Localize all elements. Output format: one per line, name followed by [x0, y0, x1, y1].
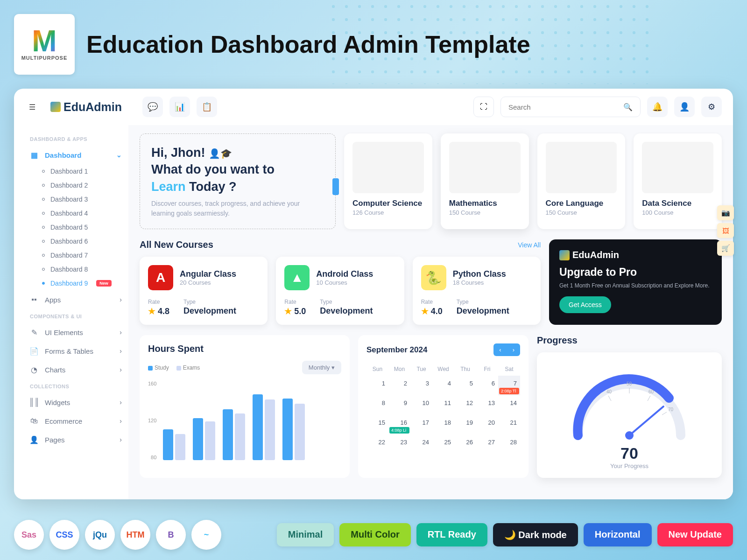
- clipboard-icon[interactable]: 📋: [197, 97, 217, 117]
- tech-bubble: ~: [191, 520, 221, 550]
- nav-forms-tables[interactable]: 📄Forms & Tables›: [23, 342, 128, 360]
- tech-bubble: CSS: [49, 520, 79, 550]
- calendar-card: September 2024 ‹ › SunMonTueWedThuFriSat…: [358, 335, 529, 478]
- tasks-icon[interactable]: 📊: [169, 97, 190, 117]
- cal-day[interactable]: 17: [410, 415, 432, 434]
- cal-day[interactable]: 23: [388, 434, 410, 454]
- nav-dashboard[interactable]: ▦ Dashboard ⌄: [23, 146, 128, 164]
- sidebar-sub-item[interactable]: Dashboard 1: [23, 164, 128, 178]
- cal-day[interactable]: 9: [388, 395, 410, 415]
- cal-day[interactable]: 10: [410, 395, 432, 415]
- nav-apps[interactable]: ▪▪Apps›: [23, 290, 128, 309]
- user-icon[interactable]: 👤: [674, 97, 695, 117]
- fullscreen-icon[interactable]: ⛶: [473, 97, 494, 117]
- cal-day[interactable]: 4: [432, 376, 454, 395]
- upgrade-card: EduAdmin Upgrade to Pro Get 1 Month Free…: [549, 239, 722, 325]
- sidebar-sub-item[interactable]: Dashboard 4: [23, 206, 128, 220]
- hours-spent-card: Hours Spent Study Exams Monthly ▾ 160120…: [140, 335, 350, 478]
- cal-day[interactable]: 18: [432, 415, 454, 434]
- sidebar-sub-item[interactable]: Dashboard 2: [23, 178, 128, 192]
- tech-bubble: jQu: [85, 520, 115, 550]
- sidebar-sub-item[interactable]: Dashboard 5: [23, 220, 128, 234]
- cal-next[interactable]: ›: [507, 343, 520, 356]
- svg-text:50: 50: [627, 381, 632, 386]
- svg-text:40: 40: [606, 389, 612, 394]
- category-card[interactable]: Computer Science126 Course: [344, 133, 432, 229]
- feature-tag[interactable]: Multi Color: [339, 523, 410, 546]
- sidebar-sub-item[interactable]: Dashboard 7: [23, 248, 128, 262]
- period-dropdown[interactable]: Monthly ▾: [302, 361, 341, 374]
- tech-bubble: HTM: [120, 520, 150, 550]
- feature-tag[interactable]: 🌙 Dark mode: [493, 523, 578, 546]
- cal-day[interactable]: 22: [366, 434, 388, 454]
- svg-line-1: [629, 406, 663, 435]
- bell-icon[interactable]: 🔔: [647, 97, 668, 117]
- cal-day[interactable]: 6: [476, 376, 498, 395]
- tech-bubble: B: [156, 520, 186, 550]
- cal-day[interactable]: 20: [476, 415, 498, 434]
- view-all-link[interactable]: View All: [518, 241, 541, 249]
- sidebar-sub-item[interactable]: Dashboard 8: [23, 262, 128, 276]
- nav-pages[interactable]: 👤Pages›: [23, 430, 128, 449]
- category-card[interactable]: Data Science100 Course: [634, 133, 722, 229]
- cal-day[interactable]: 19: [454, 415, 476, 434]
- course-card[interactable]: 🐍Python Class18 CoursesRate★ 4.0TypeDeve…: [413, 257, 541, 325]
- section-label: DASHBOARD & APPS: [23, 132, 128, 146]
- document-icon: 📄: [30, 347, 38, 355]
- cal-day[interactable]: 25: [432, 434, 454, 454]
- feature-tag[interactable]: New Update: [657, 523, 733, 546]
- brand-icon: [50, 102, 61, 112]
- course-card[interactable]: ▲Android Class10 CoursesRate★ 5.0TypeDev…: [276, 257, 404, 325]
- nav-ui-elements[interactable]: ✎UI Elements›: [23, 323, 128, 342]
- chat-icon[interactable]: 💬: [142, 97, 163, 117]
- cal-day[interactable]: 14: [498, 395, 520, 415]
- cal-day[interactable]: 12: [454, 395, 476, 415]
- get-access-button[interactable]: Get Access: [559, 296, 611, 313]
- calendar-month: September 2024: [366, 345, 427, 355]
- cal-day[interactable]: 5: [454, 376, 476, 395]
- menu-toggle[interactable]: ☰: [25, 100, 39, 114]
- nav-widgets[interactable]: ║║Widgets›: [23, 393, 128, 412]
- category-card[interactable]: Core Language150 Course: [537, 133, 626, 229]
- tech-bubble: Sas: [14, 520, 44, 550]
- cal-day[interactable]: 27: [476, 434, 498, 454]
- fab-image[interactable]: 🖼: [717, 223, 734, 238]
- cal-day[interactable]: 8: [366, 395, 388, 415]
- svg-line-6: [648, 396, 650, 401]
- nav-ecommerce[interactable]: 🛍Ecommerce›: [23, 412, 128, 430]
- feature-tag[interactable]: Minimal: [277, 523, 334, 546]
- cal-day[interactable]: 28: [498, 434, 520, 454]
- cal-day[interactable]: 13: [476, 395, 498, 415]
- cal-day[interactable]: 15: [366, 415, 388, 434]
- feature-tag[interactable]: Horizontal: [584, 523, 652, 546]
- cal-day[interactable]: 2: [388, 376, 410, 395]
- welcome-hero: Hi, Jhon! 👤🎓 What do you want to Learn T…: [140, 133, 336, 229]
- course-card[interactable]: AAngular Class20 CoursesRate★ 4.8TypeDev…: [140, 257, 268, 325]
- feature-tag[interactable]: RTL Ready: [416, 523, 487, 546]
- section-label: COMPONENTS & UI: [23, 309, 128, 323]
- cal-day[interactable]: 11: [432, 395, 454, 415]
- section-title: Progress: [537, 335, 722, 346]
- cal-day[interactable]: 24: [410, 434, 432, 454]
- cal-day[interactable]: 26: [454, 434, 476, 454]
- sidebar-sub-item[interactable]: Dashboard 9New: [23, 276, 128, 290]
- sidebar-sub-item[interactable]: Dashboard 3: [23, 192, 128, 206]
- cal-prev[interactable]: ‹: [493, 343, 507, 356]
- svg-text:60: 60: [648, 389, 654, 394]
- section-title: All New Courses: [140, 239, 213, 250]
- cal-day[interactable]: 72:08p Tl: [498, 376, 520, 395]
- cal-day[interactable]: 164:08p Li: [388, 415, 410, 434]
- search-input[interactable]: 🔍: [500, 97, 641, 117]
- sidebar-sub-item[interactable]: Dashboard 6: [23, 234, 128, 248]
- fab-cart[interactable]: 🛒: [717, 241, 734, 256]
- cal-day[interactable]: 3: [410, 376, 432, 395]
- widgets-icon: ║║: [30, 398, 38, 406]
- cal-day[interactable]: 21: [498, 415, 520, 434]
- cal-day[interactable]: 1: [366, 376, 388, 395]
- nav-charts[interactable]: ◔Charts›: [23, 360, 128, 379]
- chevron-down-icon: ⌄: [116, 151, 122, 159]
- cart-icon: 🛍: [30, 417, 38, 425]
- settings-icon[interactable]: ⚙: [701, 97, 722, 117]
- category-card[interactable]: Mathematics150 Course: [441, 133, 529, 229]
- fab-camera[interactable]: 📷: [717, 205, 734, 220]
